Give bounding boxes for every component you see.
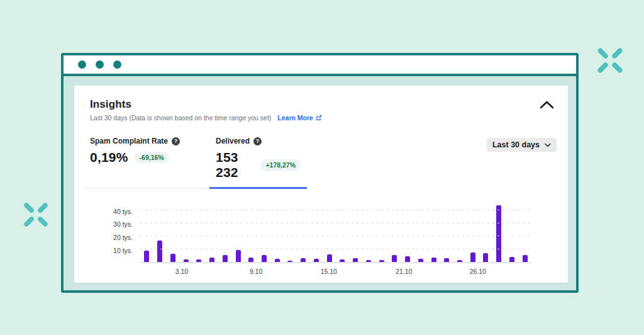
card-header: Insights Last 30 days (Data is shown bas… <box>74 86 568 122</box>
gridline <box>140 249 531 249</box>
bar-slot <box>479 202 492 262</box>
x-tick-label: 9.10 <box>250 268 262 275</box>
tab-label: Spam Complaint Rate <box>90 137 168 145</box>
insights-card: Insights Last 30 days (Data is shown bas… <box>74 86 568 283</box>
bar-slot <box>258 202 271 262</box>
window-dot[interactable] <box>78 60 86 69</box>
bar-slot <box>440 202 453 262</box>
bar-slot <box>270 202 284 262</box>
chart-bars <box>140 202 531 262</box>
range-select-value: Last 30 days <box>492 140 540 149</box>
bar-slot <box>401 202 414 262</box>
bar-slot <box>349 202 362 262</box>
y-tick-label: 20 tys. <box>113 234 133 241</box>
bar-slot <box>140 202 153 262</box>
bar-slot <box>323 202 336 262</box>
bar <box>209 258 214 262</box>
sparkle-icon-left <box>21 200 50 229</box>
chart-plot: 3.109.1015.1021.1026.10 <box>140 202 531 263</box>
bar-slot <box>427 202 440 262</box>
bar-slot <box>518 202 531 262</box>
bar <box>392 255 397 262</box>
bar <box>157 241 162 262</box>
delta-badge: +178,27% <box>260 159 301 171</box>
bar-slot <box>179 202 192 262</box>
subtitle-text: Last 30 days (Data is shown based on the… <box>90 114 271 122</box>
bar-slot <box>218 202 231 262</box>
gridline <box>140 223 531 224</box>
help-icon[interactable]: ? <box>172 137 180 145</box>
collapse-button[interactable] <box>540 101 554 109</box>
metrics-row: Spam Complaint Rate ? 0,19% -69,16% Deli… <box>74 137 568 189</box>
bar <box>262 255 267 262</box>
x-tick-label: 15.10 <box>321 268 337 275</box>
bar-slot <box>336 202 349 262</box>
delivered-chart: 10 tys.20 tys.30 tys.40 tys. 3.109.1015.… <box>90 202 552 282</box>
bar <box>431 258 436 262</box>
tab-label: Delivered <box>216 137 250 145</box>
bar-slot <box>388 202 401 262</box>
page-title: Insights <box>90 98 554 111</box>
bar-slot <box>453 202 467 262</box>
y-tick-label: 30 tys. <box>113 220 133 228</box>
bar-slot <box>375 202 388 262</box>
bar <box>170 254 175 262</box>
bar-slot <box>284 202 297 262</box>
bar-slot <box>297 202 310 262</box>
bar <box>496 205 501 262</box>
bar <box>144 251 149 262</box>
bar-slot <box>231 202 245 262</box>
y-tick-label: 40 tys. <box>113 208 133 215</box>
bar-slot <box>414 202 427 262</box>
tab-delivered[interactable]: Delivered ? 153 232 +178,27% <box>209 137 307 189</box>
x-axis-labels: 3.109.1015.1021.1026.10 <box>140 262 531 278</box>
metric-value: 0,19% <box>90 150 128 165</box>
bar-slot <box>166 202 179 262</box>
y-tick-label: 10 tys. <box>113 247 133 254</box>
browser-window: Insights Last 30 days (Data is shown bas… <box>61 53 579 293</box>
bar-slot <box>153 202 167 262</box>
bar <box>483 253 488 263</box>
bar-slot <box>310 202 323 262</box>
bar <box>236 250 241 262</box>
bar <box>470 253 475 262</box>
bar-slot <box>362 202 375 262</box>
window-dot[interactable] <box>113 60 121 69</box>
metric-tabs: Spam Complaint Rate ? 0,19% -69,16% Deli… <box>84 137 307 189</box>
learn-more-link[interactable]: Learn More <box>277 114 313 122</box>
bar <box>405 256 410 262</box>
bar-slot <box>506 202 519 262</box>
y-axis-labels: 10 tys.20 tys.30 tys.40 tys. <box>90 202 133 263</box>
gridline <box>140 210 531 210</box>
range-select[interactable]: Last 30 days <box>487 138 557 152</box>
window-dot[interactable] <box>96 60 104 69</box>
bar-slot <box>492 202 506 262</box>
chevron-down-icon <box>545 143 551 147</box>
bar-slot <box>192 202 206 262</box>
bar <box>223 255 228 262</box>
x-tick-label: 21.10 <box>396 268 412 275</box>
tab-spam-complaint-rate[interactable]: Spam Complaint Rate ? 0,19% -69,16% <box>84 137 209 189</box>
browser-titlebar <box>64 55 576 76</box>
bar <box>327 254 332 262</box>
bar <box>509 257 514 262</box>
external-link-icon <box>316 115 322 121</box>
delta-badge: -69,16% <box>135 152 169 163</box>
chevron-up-icon <box>540 101 554 109</box>
gridline <box>140 236 531 236</box>
bar-slot <box>466 202 479 262</box>
help-icon[interactable]: ? <box>253 137 262 145</box>
bar-slot <box>245 202 258 262</box>
bar <box>523 255 528 262</box>
sparkle-icon-right <box>595 45 625 76</box>
x-tick-label: 26.10 <box>470 268 486 275</box>
bar-slot <box>206 202 219 262</box>
browser-viewport: Insights Last 30 days (Data is shown bas… <box>64 76 576 288</box>
metric-value: 153 232 <box>216 150 254 180</box>
x-tick-label: 3.10 <box>175 268 188 275</box>
